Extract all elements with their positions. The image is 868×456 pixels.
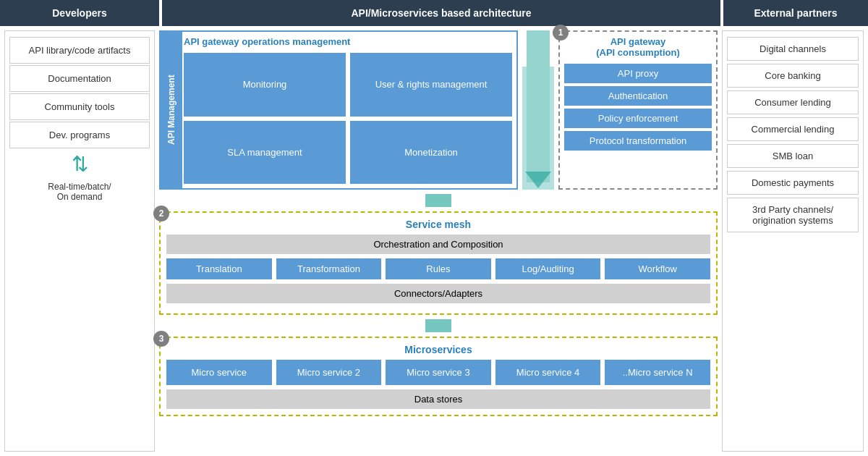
sidebar-item-documentation: Documentation: [9, 65, 150, 92]
center-area: API Management API gateway operations ma…: [159, 30, 718, 452]
teal-down-arrow: [522, 30, 554, 190]
data-stores-bar: Data stores: [166, 389, 710, 409]
sidebar-right-commercial-lending: Commercial lending: [727, 117, 859, 141]
api-management-vertical-label: API Management: [161, 32, 182, 188]
microservice-2: Micro service 2: [276, 360, 382, 385]
rules-box: Rules: [386, 258, 491, 279]
step-number-3: 3: [153, 331, 169, 347]
sidebar-right-domestic-payments: Domestic payments: [727, 171, 859, 195]
microservices-items: Micro service Micro service 2 Micro serv…: [166, 360, 710, 385]
api-proxy-box: API proxy: [564, 64, 712, 83]
workflow-box: Workflow: [605, 258, 710, 279]
microservice-n: ..Micro service N: [605, 360, 710, 385]
api-mgmt-grid: Monitoring User & rights management SLA …: [184, 53, 512, 184]
protocol-transformation-box: Protocol transformation: [564, 131, 712, 151]
microservices-section: 3 Microservices Micro service Micro serv…: [159, 337, 718, 416]
header-right: External partners: [723, 0, 868, 26]
api-gateway-ops-title: API gateway operations management: [184, 36, 512, 47]
right-sidebar: Digital channels Core banking Consumer l…: [722, 30, 864, 452]
log-auditing-box: Log/Auditing: [495, 258, 601, 279]
step-number-1: 1: [553, 25, 569, 41]
header-center: API/Microservices based architecture: [162, 0, 720, 26]
monitoring-box: Monitoring: [184, 53, 346, 117]
sidebar-item-dev-programs: Dev. programs: [9, 122, 150, 148]
service-mesh-section: 2 Service mesh Orchestration and Composi…: [159, 211, 718, 315]
service-mesh-title: Service mesh: [166, 219, 710, 230]
header-left: Developers: [0, 0, 159, 26]
monetization-box: Monetization: [350, 121, 512, 185]
api-gateway-consumption-title: API gateway(API consumption): [564, 36, 712, 58]
v-connector-1: [159, 194, 718, 207]
transformation-box: Transformation: [276, 258, 382, 279]
sidebar-right-core-banking: Core banking: [727, 64, 859, 88]
user-rights-box: User & rights management: [350, 53, 512, 117]
sidebar-right-smb-loan: SMB loan: [727, 144, 859, 168]
translation-box: Translation: [166, 258, 272, 279]
sidebar-right-3rd-party: 3rd Party channels/ origination systems: [727, 198, 859, 232]
orchestration-bar: Orchestration and Composition: [166, 235, 710, 254]
sla-management-box: SLA management: [184, 121, 346, 185]
sidebar-right-digital-channels: Digital channels: [727, 37, 859, 61]
microservice-1: Micro service: [166, 360, 272, 385]
microservices-title: Microservices: [166, 344, 710, 355]
v-connector-2: [159, 319, 718, 332]
step-number-2: 2: [153, 206, 169, 221]
policy-enforcement-box: Policy enforcement: [564, 109, 712, 128]
left-sidebar: API library/code artifacts Documentation…: [4, 30, 155, 452]
bidirectional-arrow: ⇅: [72, 154, 88, 174]
microservice-4: Micro service 4: [495, 360, 601, 385]
api-consumption-section: 1 API gateway(API consumption) API proxy…: [558, 30, 718, 190]
sidebar-item-api-library: API library/code artifacts: [9, 37, 150, 64]
sidebar-item-community-tools: Community tools: [9, 93, 150, 120]
microservice-3: Micro service 3: [386, 360, 491, 385]
authentication-box: Authentication: [564, 86, 712, 106]
api-management-section: API Management API gateway operations ma…: [159, 30, 518, 190]
real-time-label: Real-time/batch/On demand: [48, 182, 111, 202]
service-mesh-items: Translation Transformation Rules Log/Aud…: [166, 258, 710, 279]
sidebar-right-consumer-lending: Consumer lending: [727, 90, 859, 114]
connectors-bar: Connectors/Adapters: [166, 284, 710, 303]
